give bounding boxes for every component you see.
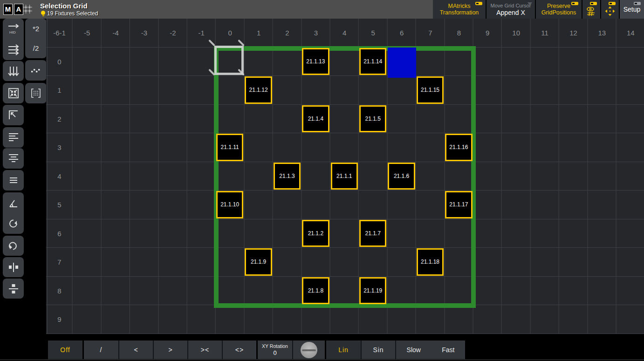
grid-dots-button[interactable] (25, 83, 47, 103)
align-center-button[interactable] (3, 148, 24, 169)
shape-button[interactable]: < (118, 341, 153, 359)
matricks-transformation-button[interactable]: MAtricks Transformation (433, 0, 486, 19)
preserve-gridpositions-button[interactable]: Preserve GridPositions (536, 0, 582, 19)
grid-dots-icon (29, 87, 42, 100)
fixture-cell[interactable]: 21.1.5 (359, 105, 386, 133)
column-header[interactable]: 14 (617, 19, 644, 48)
row-header[interactable]: 0 (46, 48, 73, 76)
column-header[interactable]: 11 (530, 19, 559, 48)
fixture-cell[interactable]: 21.1.7 (359, 220, 386, 247)
fixture-cell[interactable]: 21.1.18 (417, 248, 444, 276)
curve-button[interactable]: Lin (326, 341, 361, 359)
column-header[interactable]: -5 (73, 19, 101, 48)
row-header[interactable]: 9 (46, 305, 73, 334)
arrange-group-button[interactable]: HID (3, 19, 24, 60)
column-header[interactable]: 7 (416, 19, 445, 48)
column-header[interactable]: 1 (244, 19, 273, 48)
fixture-id: 21.1.10 (220, 201, 239, 208)
dropdown-arrow-icon (528, 2, 532, 6)
row-header[interactable]: 6 (46, 219, 73, 248)
rotation-knob[interactable] (292, 341, 325, 359)
fixture-cell[interactable]: 21.1.8 (302, 277, 329, 305)
move-mode-button[interactable] (601, 0, 619, 19)
scale-group-button[interactable]: *2 /2 (25, 19, 47, 58)
row-header[interactable]: 7 (46, 248, 73, 277)
curve-button[interactable]: Sin (361, 341, 395, 359)
fixture-cell[interactable]: 21.1.9 (245, 248, 272, 276)
fixture-cell[interactable]: 21.1.17 (445, 191, 472, 218)
arrange-columns-button[interactable] (3, 61, 24, 81)
column-header[interactable]: -4 (101, 19, 130, 48)
move-arrows-icon (604, 6, 616, 17)
row-header[interactable]: 2 (46, 105, 73, 134)
slow-fast-button[interactable]: SlowFast (395, 341, 465, 359)
rotate-group-button[interactable] (3, 192, 24, 234)
ma-logo[interactable]: M A (3, 4, 23, 15)
mirror-x-button[interactable] (3, 257, 24, 277)
matricks-toolbar: Off /<>><<> XY Rotation 0 LinSinSlowFast (48, 341, 465, 359)
rotate-ccw-button[interactable] (3, 236, 24, 256)
fixture-cell[interactable]: 21.1.15 (417, 76, 444, 104)
column-header[interactable]: 2 (273, 19, 301, 48)
row-header[interactable]: 3 (46, 133, 73, 162)
fixture-cell[interactable]: 21.1.14 (359, 48, 386, 75)
selection-grid[interactable]: -6-1-5-4-3-2-101234567891011121314012345… (46, 19, 644, 334)
align-left-button[interactable] (3, 127, 24, 148)
multiply-2-button[interactable]: *2 (33, 25, 39, 33)
column-header[interactable]: 8 (445, 19, 473, 48)
row-header[interactable]: 8 (46, 277, 73, 306)
align-tight-button[interactable] (3, 170, 24, 191)
selection-grid-window: M A Selection Grid 19 Fixtures Selected … (0, 0, 644, 361)
column-header[interactable]: 9 (473, 19, 502, 48)
column-header[interactable]: -2 (158, 19, 187, 48)
eye-hash-icon (585, 7, 597, 17)
column-header[interactable]: 10 (502, 19, 530, 48)
fixture-cell[interactable]: 21.1.3 (274, 163, 301, 190)
rotate-ccw-icon (7, 239, 20, 252)
setup-button[interactable]: Setup (620, 0, 644, 19)
window-bottom-edge (0, 360, 644, 360)
shape-button[interactable]: > (153, 341, 187, 359)
fixture-cell[interactable]: 21.1.16 (445, 134, 472, 161)
move-grid-cursor-button[interactable]: Move Grid Cursor Append X (486, 0, 535, 19)
fixture-id: 21.1.8 (308, 287, 323, 294)
fixture-id: 21.1.7 (365, 230, 381, 237)
fixture-cell[interactable]: 21.1.10 (216, 191, 243, 218)
shape-button[interactable]: <> (222, 341, 256, 359)
fixture-cell[interactable]: 21.1.19 (359, 277, 386, 305)
divide-2-button[interactable]: /2 (33, 44, 39, 52)
row-header[interactable]: 4 (46, 162, 73, 191)
fixture-cell[interactable]: 21.1.2 (302, 220, 329, 247)
compact-grid-button[interactable] (3, 83, 24, 103)
fixture-cell[interactable]: 21.1.1 (331, 163, 358, 190)
column-header[interactable]: 12 (559, 19, 588, 48)
scatter-dots-icon (29, 64, 42, 77)
window-title: Selection Grid (40, 2, 88, 10)
column-header[interactable]: 6 (387, 19, 416, 48)
mirror-y-button[interactable] (3, 279, 24, 299)
fixture-id-visibility-button[interactable] (582, 0, 600, 19)
move-to-corner-button[interactable] (3, 105, 24, 125)
titlebar-buttons: MAtricks Transformation Move Grid Cursor… (433, 0, 644, 19)
row-header[interactable]: 5 (46, 191, 73, 219)
column-header[interactable]: 13 (588, 19, 616, 48)
fixture-cell[interactable]: 21.1.6 (388, 163, 415, 190)
shape-button[interactable]: >< (187, 341, 222, 359)
off-button[interactable]: Off (48, 341, 82, 359)
fixture-cell[interactable]: 21.1.11 (216, 134, 243, 161)
column-header[interactable]: 5 (359, 19, 387, 48)
xy-rotation-button[interactable]: XY Rotation 0 (258, 341, 292, 359)
fixture-cell[interactable]: 21.1.12 (245, 76, 272, 104)
highlight-cell[interactable] (388, 48, 416, 78)
column-header[interactable]: 4 (330, 19, 359, 48)
row-header[interactable]: 1 (46, 76, 73, 105)
shape-button[interactable]: / (84, 341, 118, 359)
fixture-cell[interactable]: 21.1.13 (302, 48, 329, 75)
column-header[interactable]: 3 (301, 19, 330, 48)
column-header[interactable]: -3 (130, 19, 158, 48)
corner-arrow-icon (7, 109, 20, 122)
scatter-button[interactable] (25, 60, 47, 81)
speed-label: Fast (442, 346, 454, 354)
fixture-cell[interactable]: 21.1.4 (302, 105, 329, 133)
arrow-right-hid-icon: HID (6, 20, 21, 59)
